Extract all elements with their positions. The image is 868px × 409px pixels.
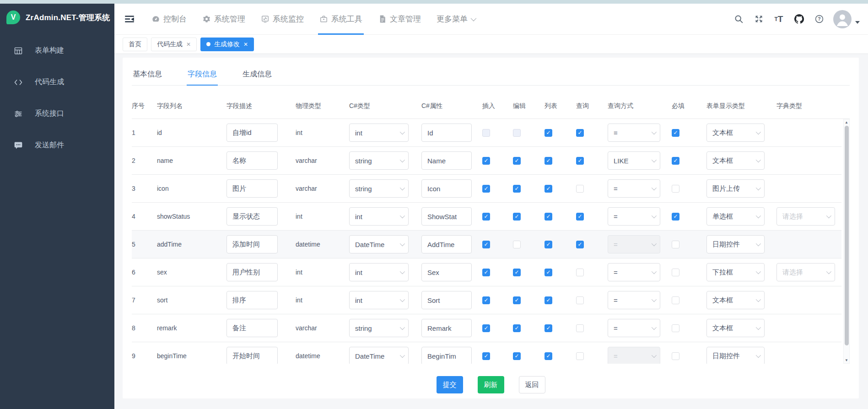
query-checkbox[interactable]: ✓ xyxy=(576,129,584,137)
query-type-select[interactable]: = xyxy=(608,263,660,281)
tag-home[interactable]: 首页 xyxy=(123,38,147,51)
cs-prop-input[interactable]: ShowStat xyxy=(421,207,472,226)
display-type-select[interactable]: 单选框 xyxy=(706,207,765,226)
tab-generate-info[interactable]: 生成信息 xyxy=(242,65,273,85)
cs-prop-input[interactable]: Id xyxy=(421,124,472,142)
list-checkbox[interactable]: ✓ xyxy=(545,269,552,276)
cs-type-select[interactable]: int xyxy=(349,291,409,309)
insert-checkbox[interactable]: ✓ xyxy=(482,185,490,193)
list-checkbox[interactable]: ✓ xyxy=(545,157,552,165)
nav-item-system-tools[interactable]: 系统工具 xyxy=(312,4,370,35)
field-desc-input[interactable]: 用户性别 xyxy=(226,263,278,281)
query-checkbox[interactable]: ✓ xyxy=(576,241,584,248)
edit-checkbox[interactable]: ✓ xyxy=(513,157,521,165)
display-type-select[interactable]: 文本框 xyxy=(706,124,765,142)
table-scrollbar[interactable]: ▲ ▼ xyxy=(843,119,850,364)
insert-checkbox[interactable]: ✓ xyxy=(482,213,490,221)
nav-item-article-admin[interactable]: 文章管理 xyxy=(370,4,429,35)
required-checkbox[interactable]: ✓ xyxy=(672,213,679,221)
query-type-select[interactable]: = xyxy=(608,235,660,253)
cs-prop-input[interactable]: BeginTim xyxy=(421,347,472,364)
display-type-select[interactable]: 日期控件 xyxy=(706,347,765,364)
insert-checkbox[interactable]: ✓ xyxy=(482,324,490,332)
required-checkbox[interactable] xyxy=(672,324,679,332)
scroll-down-icon[interactable]: ▼ xyxy=(844,357,849,363)
display-type-select[interactable]: 文本框 xyxy=(706,319,765,337)
query-type-select[interactable]: LIKE xyxy=(608,151,660,170)
query-type-select[interactable]: = xyxy=(608,319,660,337)
list-checkbox[interactable]: ✓ xyxy=(545,324,552,332)
help-button[interactable]: ? xyxy=(811,11,827,27)
query-type-select[interactable]: = xyxy=(608,207,660,226)
nav-item-dashboard[interactable]: 控制台 xyxy=(144,4,194,35)
cs-type-select[interactable]: string xyxy=(349,151,409,170)
dict-type-select[interactable]: 请选择 xyxy=(776,263,835,281)
user-menu-caret[interactable] xyxy=(855,21,860,24)
cs-type-select[interactable]: int xyxy=(349,207,409,226)
search-button[interactable] xyxy=(731,11,746,27)
cs-prop-input[interactable]: Sort xyxy=(421,291,472,309)
field-desc-input[interactable]: 备注 xyxy=(226,319,278,337)
close-icon[interactable]: ✕ xyxy=(186,41,191,48)
display-type-select[interactable]: 图片上传 xyxy=(706,179,765,198)
required-checkbox[interactable] xyxy=(672,185,679,193)
field-desc-input[interactable]: 添加时间 xyxy=(226,235,278,253)
required-checkbox[interactable]: ✓ xyxy=(672,157,679,165)
scrollbar-thumb[interactable] xyxy=(845,126,849,345)
scroll-up-icon[interactable]: ▲ xyxy=(844,119,849,125)
tag-generate-edit[interactable]: 生成修改 ✕ xyxy=(200,38,254,51)
field-desc-input[interactable]: 图片 xyxy=(226,179,278,198)
dict-type-select[interactable]: 请选择 xyxy=(776,207,835,226)
edit-checkbox[interactable] xyxy=(513,241,521,248)
cs-type-select[interactable]: DateTime xyxy=(349,235,409,253)
edit-checkbox[interactable]: ✓ xyxy=(513,213,521,221)
field-desc-input[interactable]: 排序 xyxy=(226,291,278,309)
sidebar-item-send-email[interactable]: 发送邮件 xyxy=(0,129,114,161)
cs-prop-input[interactable]: AddTime xyxy=(421,235,472,253)
query-type-select[interactable]: = xyxy=(608,347,660,364)
query-checkbox[interactable]: ✓ xyxy=(576,213,584,221)
field-desc-input[interactable]: 显示状态 xyxy=(226,207,278,226)
required-checkbox[interactable] xyxy=(672,352,679,360)
submit-button[interactable]: 提交 xyxy=(437,376,463,393)
sidebar-collapse-button[interactable] xyxy=(124,13,135,25)
cs-type-select[interactable]: string xyxy=(349,319,409,337)
sidebar-item-system-api[interactable]: 系统接口 xyxy=(0,98,114,129)
insert-checkbox[interactable]: ✓ xyxy=(482,352,490,360)
field-desc-input[interactable]: 自增id xyxy=(226,124,278,142)
nav-item-more-menu[interactable]: 更多菜单 xyxy=(429,4,483,35)
list-checkbox[interactable]: ✓ xyxy=(545,213,552,221)
nav-item-system-monitor[interactable]: 系统监控 xyxy=(253,4,312,35)
query-type-select[interactable]: = xyxy=(608,179,660,198)
sidebar-item-form-builder[interactable]: 表单构建 xyxy=(0,35,114,66)
query-type-select[interactable]: = xyxy=(608,291,660,309)
edit-checkbox[interactable]: ✓ xyxy=(513,269,521,276)
query-checkbox[interactable] xyxy=(576,269,584,276)
list-checkbox[interactable]: ✓ xyxy=(545,296,552,304)
required-checkbox[interactable] xyxy=(672,269,679,276)
avatar[interactable] xyxy=(833,10,852,28)
field-desc-input[interactable]: 开始时间 xyxy=(226,347,278,364)
field-desc-input[interactable]: 名称 xyxy=(226,151,278,170)
query-checkbox[interactable]: ✓ xyxy=(576,157,584,165)
list-checkbox[interactable]: ✓ xyxy=(545,129,552,137)
list-checkbox[interactable]: ✓ xyxy=(545,185,552,193)
back-button[interactable]: 返回 xyxy=(519,376,545,393)
app-logo[interactable]: V ZrAdmin.NET-管理系统 xyxy=(0,4,114,31)
cs-type-select[interactable]: int xyxy=(349,124,409,142)
refresh-button[interactable]: 刷新 xyxy=(478,376,504,393)
close-icon[interactable]: ✕ xyxy=(243,41,248,48)
cs-type-select[interactable]: string xyxy=(349,179,409,198)
display-type-select[interactable]: 文本框 xyxy=(706,151,765,170)
required-checkbox[interactable] xyxy=(672,241,679,248)
query-type-select[interactable]: = xyxy=(608,124,660,142)
edit-checkbox[interactable]: ✓ xyxy=(513,185,521,193)
cs-prop-input[interactable]: Sex xyxy=(421,263,472,281)
github-button[interactable] xyxy=(791,11,807,27)
query-checkbox[interactable] xyxy=(576,352,584,360)
cs-prop-input[interactable]: Name xyxy=(421,151,472,170)
insert-checkbox[interactable]: ✓ xyxy=(482,269,490,276)
insert-checkbox[interactable]: ✓ xyxy=(482,157,490,165)
tab-basic-info[interactable]: 基本信息 xyxy=(132,65,163,85)
required-checkbox[interactable]: ✓ xyxy=(672,129,679,137)
